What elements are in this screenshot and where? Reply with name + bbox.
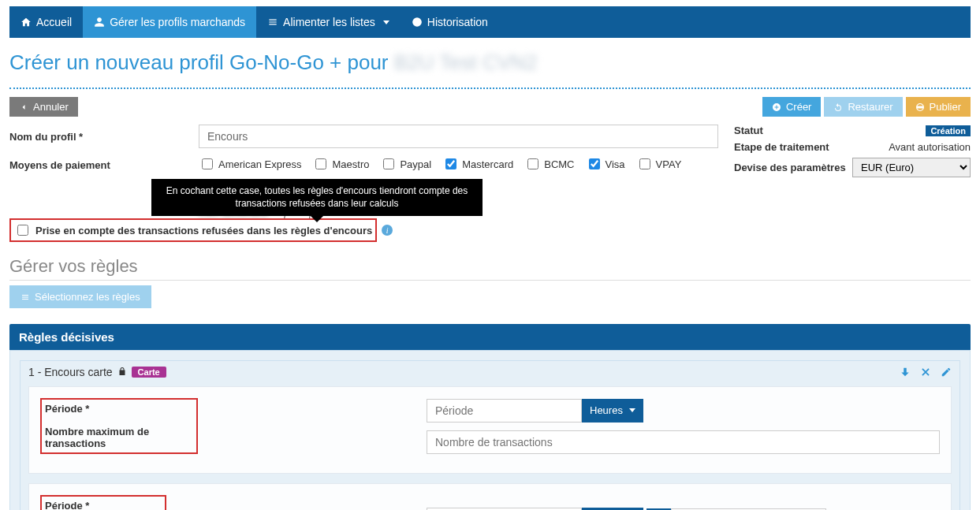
chevron-left-icon [19,102,28,112]
step-label: Etape de traitement [734,141,829,153]
period-unit-select-2[interactable]: Heures [582,508,643,511]
rule-1-tag: Carte [132,367,166,378]
side-panel: Statut Création Etape de traitement Avan… [734,125,971,218]
rule-block-1: 1 - Encours carte Carte Pé [20,360,960,510]
publish-button[interactable]: Publier [906,97,971,117]
refused-tx-row: En cochant cette case, toutes les règles… [9,218,971,242]
period-label-1: Période * [45,403,89,415]
create-label: Créer [786,101,812,113]
nav-history[interactable]: Historisation [401,6,499,38]
pay-method-visa[interactable]: Visa [586,156,625,172]
delete-icon[interactable] [920,367,931,378]
nav-history-label: Historisation [427,16,488,28]
refresh-icon [833,102,843,112]
pay-method-checkbox[interactable] [383,158,394,169]
pay-method-label: Visa [606,158,625,170]
status-label: Statut [734,125,763,136]
period-unit-select-1[interactable]: Heures [582,399,643,423]
pay-method-label: BCMC [544,158,574,170]
pay-method-checkbox[interactable] [445,158,456,169]
cancel-button[interactable]: Annuler [9,97,78,117]
period-input-2[interactable] [427,508,582,511]
currency-select[interactable]: EUR (Euro) [852,158,971,177]
list-icon [267,17,278,28]
nav-lists-label: Alimenter les listes [283,16,375,28]
refused-tx-label: Prise en compte des transactions refusée… [35,225,372,236]
max-tx-label: Nombre maximum de transactions [45,426,193,449]
restore-button[interactable]: Restaurer [824,97,902,117]
period-input-1[interactable] [427,399,582,423]
list-icon [20,292,30,302]
pay-method-american-express[interactable]: American Express [199,156,301,172]
pay-method-checkbox[interactable] [639,158,650,169]
select-rules-button[interactable]: Sélectionnez les règles [9,285,151,308]
cancel-label: Annuler [33,101,69,113]
restore-label: Restaurer [848,101,892,113]
top-navbar: Accueil Gérer les profils marchands Alim… [9,6,971,38]
page-title-row: Créer un nouveau profil Go-No-Go + pour … [0,38,980,81]
clock-icon [412,17,423,28]
profile-name-label: Nom du profil * [9,131,199,143]
dotted-separator [9,87,971,89]
pay-method-vpay[interactable]: VPAY [636,156,682,172]
user-icon [94,17,105,28]
pay-method-checkbox[interactable] [315,158,326,169]
page-title-merchant: B2U Test CVN2 [394,50,538,74]
status-badge: Création [926,125,971,136]
globe-icon [915,102,925,112]
pay-method-mastercard[interactable]: Mastercard [442,156,513,172]
home-icon [20,17,32,28]
currency-label: Devise des paramètres [734,162,846,173]
rules-panel: Règles décisives 1 - Encours carte Carte [9,324,971,510]
publish-label: Publier [930,101,961,113]
plus-circle-icon [772,102,781,112]
action-bar: Annuler Créer Restaurer Publier [0,97,980,125]
refused-tx-checkbox[interactable] [17,225,28,236]
pay-method-label: American Express [218,158,301,170]
max-tx-input[interactable] [427,430,940,454]
page-title: Créer un nouveau profil Go-No-Go + pour … [9,50,537,74]
rule-1-title: 1 - Encours carte [28,366,113,378]
nav-lists[interactable]: Alimenter les listes [256,6,401,38]
tooltip-bubble: En cochant cette case, toutes les règles… [151,179,483,216]
pay-method-checkbox[interactable] [202,158,213,169]
move-down-icon[interactable] [900,367,911,378]
create-button[interactable]: Créer [762,97,822,117]
pay-method-label: VPAY [656,158,682,170]
pay-method-label: Maestro [332,158,369,170]
nav-home[interactable]: Accueil [9,6,83,38]
lock-icon [117,366,127,378]
main-row: Nom du profil * Moyens de paiement Ameri… [0,125,980,218]
pay-method-checkbox[interactable] [527,158,538,169]
nav-home-label: Accueil [36,16,72,28]
page-title-prefix: Créer un nouveau profil Go-No-Go + pour [9,50,389,74]
pay-method-label: Mastercard [462,158,513,170]
nav-profiles-label: Gérer les profils marchands [110,16,245,28]
rules-section-title: Gérer vos règles [9,256,971,281]
pay-method-maestro[interactable]: Maestro [312,156,369,172]
profile-name-input[interactable] [199,125,718,148]
select-rules-label: Sélectionnez les règles [35,291,140,303]
step-value: Avant autorisation [889,141,971,153]
pay-method-bcmc[interactable]: BCMC [524,156,574,172]
edit-icon[interactable] [941,367,952,378]
pay-method-checkbox[interactable] [589,158,600,169]
nav-profiles[interactable]: Gérer les profils marchands [83,6,256,38]
info-icon[interactable]: i [382,225,393,236]
rules-panel-title: Règles décisives [9,324,971,350]
pay-method-label: Paypal [400,158,431,170]
pay-methods-label: Moyens de paiement [9,156,199,171]
pay-method-paypal[interactable]: Paypal [380,156,431,172]
period-label-2: Période * [45,500,89,510]
